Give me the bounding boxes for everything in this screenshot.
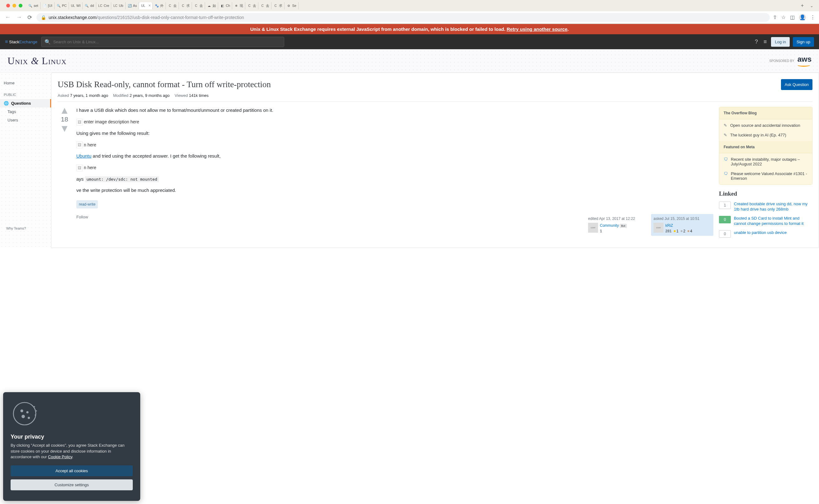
hamburger-icon[interactable]: ≡ bbox=[762, 37, 768, 46]
browser-tab-15[interactable]: ❄现 bbox=[232, 2, 245, 9]
browser-tab-3[interactable]: ULWI bbox=[69, 2, 83, 9]
broken-image-1: enter image description here bbox=[76, 119, 139, 126]
tab-favicon: 🔍 bbox=[84, 3, 89, 8]
sidebar-home[interactable]: Home bbox=[0, 79, 51, 87]
editor-name[interactable]: Community bbox=[600, 223, 619, 228]
ask-time: asked Jul 15, 2015 at 10:51 bbox=[654, 216, 711, 221]
signup-button[interactable]: Sign up bbox=[793, 37, 814, 47]
downvote-button[interactable]: ▼ bbox=[58, 125, 71, 132]
tab-favicon: C bbox=[247, 3, 251, 8]
ask-question-button[interactable]: Ask Question bbox=[781, 79, 812, 90]
tab-favicon: LC bbox=[113, 3, 117, 8]
search-icon: 🔍 bbox=[45, 39, 51, 45]
globe-icon: 🌐 bbox=[4, 101, 9, 106]
close-icon[interactable]: × bbox=[148, 3, 150, 8]
gold-badge-icon bbox=[674, 230, 676, 232]
browser-tab-6[interactable]: LCUb bbox=[111, 2, 125, 9]
tab-favicon: UL bbox=[71, 3, 75, 8]
linked-title[interactable]: Created bootable drive using dd, now my … bbox=[734, 202, 812, 212]
owner-rep: 281 bbox=[665, 229, 672, 233]
edit-time: edited Apr 13, 2017 at 12:22 bbox=[588, 216, 645, 221]
owner-name[interactable]: kRiZ bbox=[665, 223, 673, 228]
stackexchange-logo[interactable]: ≡ StackExchange bbox=[5, 39, 37, 45]
tabs-container: 🔍set📄[UI🔍PCULWI🔍ddLCCreLCUb🔄AsUL×🐾外C去C求C… bbox=[26, 2, 798, 9]
tag-read-write[interactable]: read-write bbox=[76, 200, 98, 208]
post-content: I have a USB disk which does not allow m… bbox=[76, 107, 713, 241]
speech-icon: 🗨 bbox=[724, 171, 728, 181]
browser-tab-14[interactable]: ◧Ch bbox=[218, 2, 232, 9]
browser-tab-12[interactable]: C去 bbox=[192, 2, 205, 9]
sidebar-users[interactable]: Users bbox=[0, 116, 51, 124]
search-box[interactable]: 🔍 bbox=[41, 37, 284, 47]
browser-tab-0[interactable]: 🔍set bbox=[26, 2, 40, 9]
browser-tab-19[interactable]: ⚙Se bbox=[284, 2, 298, 9]
browser-tab-11[interactable]: C求 bbox=[179, 2, 192, 9]
window-maximize[interactable] bbox=[19, 4, 22, 7]
browser-tab-13[interactable]: ☁如 bbox=[205, 2, 218, 9]
help-icon[interactable]: ? bbox=[754, 37, 759, 46]
browser-tab-2[interactable]: 🔍PC bbox=[55, 2, 69, 9]
tab-favicon: C bbox=[260, 3, 264, 8]
se-logo-icon: ≡ bbox=[5, 39, 8, 45]
browser-tab-10[interactable]: C去 bbox=[166, 2, 179, 9]
editor-rep: 1 bbox=[600, 229, 602, 233]
upvote-button[interactable]: ▲ bbox=[58, 107, 71, 114]
sidebar-tags[interactable]: Tags bbox=[0, 107, 51, 116]
warning-retry-link[interactable]: Retry using another source bbox=[507, 26, 568, 32]
search-input[interactable] bbox=[53, 40, 281, 44]
tags-row: read-write bbox=[76, 200, 713, 208]
overflow-blog-header: The Overflow Blog bbox=[719, 107, 812, 119]
question-header: USB Disk Read-only, cannot format - Turn… bbox=[58, 79, 812, 102]
new-tab-button[interactable]: + bbox=[798, 2, 807, 10]
browser-tab-17[interactable]: C去 bbox=[258, 2, 271, 9]
pencil-icon: ✎ bbox=[724, 123, 727, 128]
meta-item-0[interactable]: 🗨Recent site instability, major outages … bbox=[724, 155, 808, 169]
browser-tab-8[interactable]: UL× bbox=[139, 2, 153, 9]
menu-icon[interactable]: ⋮ bbox=[810, 14, 815, 20]
aws-swoosh-icon bbox=[798, 64, 810, 67]
browser-tab-9[interactable]: 🐾外 bbox=[153, 2, 166, 9]
window-close[interactable] bbox=[6, 4, 10, 7]
blog-item-1[interactable]: ✎The luckiest guy in AI (Ep. 477) bbox=[724, 130, 808, 140]
tab-favicon: ❄ bbox=[234, 3, 238, 8]
meta-item-1[interactable]: 🗨Please welcome Valued Associate #1301 -… bbox=[724, 169, 808, 183]
post-footer: Follow edited Apr 13, 2017 at 12:22 user… bbox=[76, 214, 713, 236]
linked-title[interactable]: Booted a SD Card to install Mint and can… bbox=[734, 216, 812, 226]
tab-favicon: C bbox=[181, 3, 185, 8]
url-host: unix.stackexchange.com bbox=[49, 15, 96, 20]
browser-tab-4[interactable]: 🔍dd bbox=[83, 2, 96, 9]
sidebar-questions[interactable]: 🌐 Questions bbox=[0, 99, 51, 107]
ubuntu-link[interactable]: Ubuntu bbox=[76, 153, 91, 159]
linked-header: Linked bbox=[719, 190, 812, 197]
aws-logo[interactable]: aws bbox=[798, 55, 812, 67]
profile-icon[interactable]: 👤 bbox=[799, 14, 806, 21]
sidebar-why-teams[interactable]: Why Teams? bbox=[0, 224, 51, 233]
browser-tab-16[interactable]: C去 bbox=[245, 2, 258, 9]
browser-tab-7[interactable]: 🔄As bbox=[126, 2, 139, 9]
sponsored-by-label: SPONSORED BY bbox=[769, 59, 794, 63]
js-warning-banner: Unix & Linux Stack Exchange requires ext… bbox=[0, 24, 819, 34]
site-logo[interactable]: Unix & Linux bbox=[7, 55, 67, 67]
tabs-dropdown[interactable]: ⌄ bbox=[807, 2, 817, 9]
bookmark-icon[interactable]: ☆ bbox=[781, 14, 786, 20]
sidebar-icon[interactable]: ◫ bbox=[790, 14, 795, 20]
back-button[interactable]: ← bbox=[4, 13, 12, 21]
browser-tab-1[interactable]: 📄[UI bbox=[40, 2, 55, 9]
linked-title[interactable]: unable to partition usb device bbox=[734, 230, 787, 235]
browser-tab-5[interactable]: LCCre bbox=[96, 2, 112, 9]
reload-button[interactable]: ⟳ bbox=[26, 13, 33, 21]
blog-item-0[interactable]: ✎Open source and accidental innovation bbox=[724, 121, 808, 130]
question-meta: Asked 7 years, 1 month ago Modified 2 ye… bbox=[58, 93, 812, 98]
browser-tab-18[interactable]: C求 bbox=[271, 2, 284, 9]
window-minimize[interactable] bbox=[12, 4, 16, 7]
sidebar-public-label: PUBLIC bbox=[0, 90, 51, 99]
tab-favicon: ☁ bbox=[207, 3, 211, 8]
share-icon[interactable]: ⇧ bbox=[773, 14, 777, 20]
follow-button[interactable]: Follow bbox=[76, 214, 88, 236]
url-bar[interactable]: 🔒 unix.stackexchange.com/questions/21615… bbox=[36, 13, 770, 22]
forward-button[interactable]: → bbox=[15, 13, 23, 21]
page-container: Home PUBLIC 🌐 Questions Tags Users Why T… bbox=[0, 73, 819, 248]
overflow-blog-box: The Overflow Blog ✎Open source and accid… bbox=[719, 107, 812, 185]
linked-item-1: 0Booted a SD Card to install Mint and ca… bbox=[719, 216, 812, 226]
login-button[interactable]: Log in bbox=[771, 37, 789, 47]
